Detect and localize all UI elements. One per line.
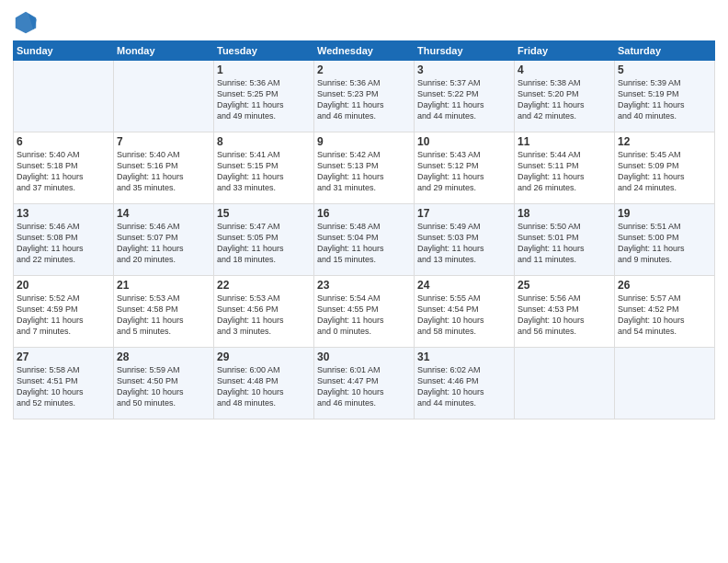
calendar-cell	[14, 61, 114, 132]
cell-info: Sunrise: 5:36 AM Sunset: 5:23 PM Dayligh…	[317, 77, 411, 122]
cell-info: Sunrise: 5:43 AM Sunset: 5:12 PM Dayligh…	[417, 149, 511, 194]
cell-info: Sunrise: 5:53 AM Sunset: 4:56 PM Dayligh…	[217, 293, 311, 338]
cell-info: Sunrise: 5:48 AM Sunset: 5:04 PM Dayligh…	[317, 221, 411, 266]
calendar-cell: 8Sunrise: 5:41 AM Sunset: 5:15 PM Daylig…	[214, 132, 314, 204]
day-number: 23	[317, 279, 411, 292]
calendar-cell: 29Sunrise: 6:00 AM Sunset: 4:48 PM Dayli…	[214, 348, 314, 419]
calendar-cell	[615, 348, 715, 419]
calendar-week-row: 6Sunrise: 5:40 AM Sunset: 5:18 PM Daylig…	[14, 132, 715, 204]
calendar-cell: 9Sunrise: 5:42 AM Sunset: 5:13 PM Daylig…	[314, 132, 415, 204]
day-number: 24	[417, 279, 511, 292]
day-number: 29	[217, 350, 311, 363]
cell-info: Sunrise: 5:40 AM Sunset: 5:16 PM Dayligh…	[117, 149, 210, 194]
day-of-week-header: Monday	[114, 41, 214, 61]
day-number: 10	[417, 135, 511, 148]
calendar-cell: 27Sunrise: 5:58 AM Sunset: 4:51 PM Dayli…	[14, 348, 114, 419]
day-of-week-header: Saturday	[615, 41, 715, 61]
day-number: 21	[117, 279, 210, 292]
cell-info: Sunrise: 5:44 AM Sunset: 5:11 PM Dayligh…	[518, 149, 611, 194]
calendar-cell: 30Sunrise: 6:01 AM Sunset: 4:47 PM Dayli…	[314, 348, 415, 419]
calendar-cell	[114, 61, 214, 132]
day-of-week-header: Thursday	[415, 41, 515, 61]
calendar-cell: 16Sunrise: 5:48 AM Sunset: 5:04 PM Dayli…	[314, 204, 415, 276]
calendar-cell: 11Sunrise: 5:44 AM Sunset: 5:11 PM Dayli…	[515, 132, 615, 204]
day-number: 5	[618, 63, 711, 76]
day-number: 6	[17, 135, 110, 148]
day-number: 4	[518, 63, 611, 76]
calendar-cell	[515, 348, 615, 419]
cell-info: Sunrise: 6:02 AM Sunset: 4:46 PM Dayligh…	[417, 364, 511, 409]
calendar-cell: 14Sunrise: 5:46 AM Sunset: 5:07 PM Dayli…	[114, 204, 214, 276]
day-number: 9	[317, 135, 411, 148]
day-number: 25	[518, 279, 611, 292]
calendar-cell: 7Sunrise: 5:40 AM Sunset: 5:16 PM Daylig…	[114, 132, 214, 204]
cell-info: Sunrise: 5:46 AM Sunset: 5:07 PM Dayligh…	[117, 221, 210, 266]
calendar-cell: 3Sunrise: 5:37 AM Sunset: 5:22 PM Daylig…	[415, 61, 515, 132]
day-number: 22	[217, 279, 311, 292]
day-number: 8	[217, 135, 311, 148]
day-number: 3	[417, 63, 511, 76]
day-number: 18	[518, 207, 611, 220]
day-of-week-header: Friday	[515, 41, 615, 61]
calendar-week-row: 20Sunrise: 5:52 AM Sunset: 4:59 PM Dayli…	[14, 276, 715, 348]
logo	[13, 9, 42, 35]
calendar-cell: 13Sunrise: 5:46 AM Sunset: 5:08 PM Dayli…	[14, 204, 114, 276]
cell-info: Sunrise: 5:47 AM Sunset: 5:05 PM Dayligh…	[217, 221, 311, 266]
cell-info: Sunrise: 6:00 AM Sunset: 4:48 PM Dayligh…	[217, 364, 311, 409]
calendar-cell: 22Sunrise: 5:53 AM Sunset: 4:56 PM Dayli…	[214, 276, 314, 348]
cell-info: Sunrise: 5:54 AM Sunset: 4:55 PM Dayligh…	[317, 293, 411, 338]
calendar-cell: 1Sunrise: 5:36 AM Sunset: 5:25 PM Daylig…	[214, 61, 314, 132]
day-number: 20	[17, 279, 110, 292]
calendar-cell: 5Sunrise: 5:39 AM Sunset: 5:19 PM Daylig…	[615, 61, 715, 132]
logo-icon	[13, 9, 39, 35]
calendar-cell: 26Sunrise: 5:57 AM Sunset: 4:52 PM Dayli…	[615, 276, 715, 348]
day-number: 16	[317, 207, 411, 220]
cell-info: Sunrise: 5:57 AM Sunset: 4:52 PM Dayligh…	[618, 293, 711, 338]
cell-info: Sunrise: 5:55 AM Sunset: 4:54 PM Dayligh…	[417, 293, 511, 338]
cell-info: Sunrise: 5:36 AM Sunset: 5:25 PM Dayligh…	[217, 77, 311, 122]
cell-info: Sunrise: 5:52 AM Sunset: 4:59 PM Dayligh…	[17, 293, 110, 338]
calendar-cell: 20Sunrise: 5:52 AM Sunset: 4:59 PM Dayli…	[14, 276, 114, 348]
cell-info: Sunrise: 5:51 AM Sunset: 5:00 PM Dayligh…	[618, 221, 711, 266]
calendar-week-row: 27Sunrise: 5:58 AM Sunset: 4:51 PM Dayli…	[14, 348, 715, 419]
cell-info: Sunrise: 5:46 AM Sunset: 5:08 PM Dayligh…	[17, 221, 110, 266]
calendar-week-row: 13Sunrise: 5:46 AM Sunset: 5:08 PM Dayli…	[14, 204, 715, 276]
day-number: 12	[618, 135, 711, 148]
day-of-week-header: Wednesday	[314, 41, 415, 61]
calendar-cell: 6Sunrise: 5:40 AM Sunset: 5:18 PM Daylig…	[14, 132, 114, 204]
cell-info: Sunrise: 5:37 AM Sunset: 5:22 PM Dayligh…	[417, 77, 511, 122]
cell-info: Sunrise: 5:58 AM Sunset: 4:51 PM Dayligh…	[17, 364, 110, 409]
calendar-header	[13, 9, 715, 35]
day-number: 28	[117, 350, 210, 363]
day-number: 31	[417, 350, 511, 363]
calendar-cell: 15Sunrise: 5:47 AM Sunset: 5:05 PM Dayli…	[214, 204, 314, 276]
calendar-cell: 24Sunrise: 5:55 AM Sunset: 4:54 PM Dayli…	[415, 276, 515, 348]
day-number: 17	[417, 207, 511, 220]
calendar-cell: 10Sunrise: 5:43 AM Sunset: 5:12 PM Dayli…	[415, 132, 515, 204]
day-number: 11	[518, 135, 611, 148]
calendar-week-row: 1Sunrise: 5:36 AM Sunset: 5:25 PM Daylig…	[14, 61, 715, 132]
cell-info: Sunrise: 5:41 AM Sunset: 5:15 PM Dayligh…	[217, 149, 311, 194]
calendar-cell: 4Sunrise: 5:38 AM Sunset: 5:20 PM Daylig…	[515, 61, 615, 132]
cell-info: Sunrise: 5:49 AM Sunset: 5:03 PM Dayligh…	[417, 221, 511, 266]
day-number: 14	[117, 207, 210, 220]
calendar-cell: 25Sunrise: 5:56 AM Sunset: 4:53 PM Dayli…	[515, 276, 615, 348]
calendar-cell: 31Sunrise: 6:02 AM Sunset: 4:46 PM Dayli…	[415, 348, 515, 419]
day-of-week-header: Sunday	[14, 41, 114, 61]
day-of-week-header: Tuesday	[214, 41, 314, 61]
calendar-cell: 21Sunrise: 5:53 AM Sunset: 4:58 PM Dayli…	[114, 276, 214, 348]
cell-info: Sunrise: 6:01 AM Sunset: 4:47 PM Dayligh…	[317, 364, 411, 409]
calendar-header-row: SundayMondayTuesdayWednesdayThursdayFrid…	[14, 41, 715, 61]
calendar-cell: 12Sunrise: 5:45 AM Sunset: 5:09 PM Dayli…	[615, 132, 715, 204]
cell-info: Sunrise: 5:39 AM Sunset: 5:19 PM Dayligh…	[618, 77, 711, 122]
calendar-cell: 23Sunrise: 5:54 AM Sunset: 4:55 PM Dayli…	[314, 276, 415, 348]
calendar-cell: 28Sunrise: 5:59 AM Sunset: 4:50 PM Dayli…	[114, 348, 214, 419]
day-number: 27	[17, 350, 110, 363]
calendar-cell: 17Sunrise: 5:49 AM Sunset: 5:03 PM Dayli…	[415, 204, 515, 276]
calendar-cell: 19Sunrise: 5:51 AM Sunset: 5:00 PM Dayli…	[615, 204, 715, 276]
cell-info: Sunrise: 5:40 AM Sunset: 5:18 PM Dayligh…	[17, 149, 110, 194]
day-number: 15	[217, 207, 311, 220]
day-number: 30	[317, 350, 411, 363]
cell-info: Sunrise: 5:45 AM Sunset: 5:09 PM Dayligh…	[618, 149, 711, 194]
day-number: 2	[317, 63, 411, 76]
